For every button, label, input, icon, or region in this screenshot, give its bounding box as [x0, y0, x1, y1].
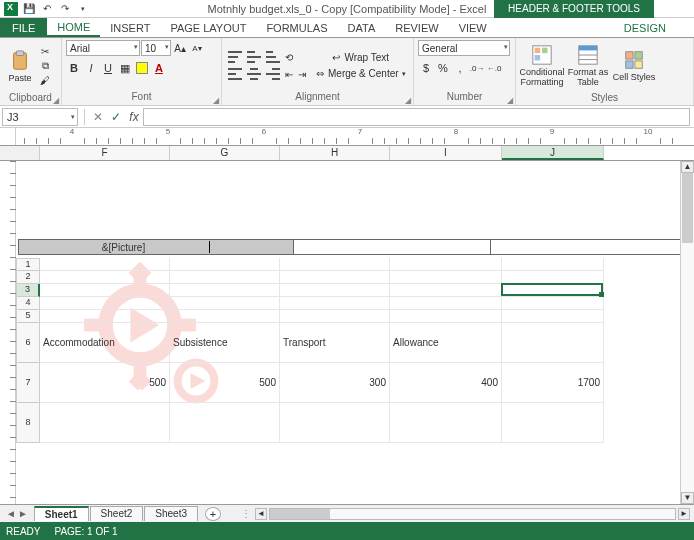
- cell[interactable]: [40, 271, 170, 284]
- format-painter-icon[interactable]: 🖌: [38, 74, 52, 87]
- tab-design[interactable]: DESIGN: [596, 18, 694, 37]
- cell[interactable]: Accommodation: [40, 323, 170, 363]
- cell[interactable]: [502, 284, 604, 297]
- formula-input[interactable]: [143, 108, 690, 126]
- column-header[interactable]: F: [40, 146, 170, 160]
- row-header[interactable]: 5: [16, 310, 40, 323]
- cell[interactable]: [390, 271, 502, 284]
- row-header[interactable]: 3: [16, 284, 40, 297]
- cell[interactable]: [502, 271, 604, 284]
- cut-icon[interactable]: ✂: [38, 45, 52, 58]
- vertical-scrollbar[interactable]: ▲ ▼: [680, 161, 694, 504]
- wrap-text-button[interactable]: ↩Wrap Text: [314, 51, 408, 64]
- cell[interactable]: [40, 284, 170, 297]
- accept-formula-icon[interactable]: ✓: [107, 110, 125, 124]
- cell[interactable]: [170, 258, 280, 271]
- cell[interactable]: [280, 297, 390, 310]
- cell[interactable]: [40, 403, 170, 443]
- decrease-decimal-icon[interactable]: ←.0: [486, 60, 502, 76]
- comma-format-icon[interactable]: ,: [452, 60, 468, 76]
- cell[interactable]: [390, 297, 502, 310]
- font-color-icon[interactable]: A: [151, 60, 167, 76]
- tab-view[interactable]: VIEW: [449, 18, 497, 37]
- clipboard-launcher-icon[interactable]: ◢: [53, 96, 59, 105]
- scroll-right-icon[interactable]: ►: [678, 508, 690, 520]
- align-right-icon[interactable]: [264, 67, 282, 81]
- increase-decimal-icon[interactable]: .0→: [469, 60, 485, 76]
- cell[interactable]: 300: [280, 363, 390, 403]
- cell-styles-button[interactable]: Cell Styles: [612, 40, 656, 92]
- cell[interactable]: [40, 258, 170, 271]
- shrink-font-icon[interactable]: A▾: [189, 40, 205, 56]
- column-header[interactable]: G: [170, 146, 280, 160]
- cell[interactable]: [390, 403, 502, 443]
- column-header[interactable]: H: [280, 146, 390, 160]
- cell[interactable]: [502, 297, 604, 310]
- increase-indent-icon[interactable]: ⇥: [296, 68, 308, 81]
- row-header[interactable]: 7: [16, 363, 40, 403]
- number-launcher-icon[interactable]: ◢: [507, 96, 513, 105]
- align-bottom-icon[interactable]: [264, 50, 282, 64]
- sheet-tab[interactable]: Sheet3: [144, 506, 198, 521]
- file-tab[interactable]: FILE: [0, 18, 47, 37]
- sheet-tab[interactable]: Sheet1: [34, 506, 89, 521]
- cell[interactable]: 500: [170, 363, 280, 403]
- header-center-section[interactable]: [294, 239, 490, 255]
- cell[interactable]: [280, 258, 390, 271]
- cell[interactable]: [502, 258, 604, 271]
- cell[interactable]: [502, 310, 604, 323]
- orientation-icon[interactable]: ⟲: [283, 51, 295, 64]
- tab-data[interactable]: DATA: [338, 18, 386, 37]
- tab-formulas[interactable]: FORMULAS: [256, 18, 337, 37]
- percent-format-icon[interactable]: %: [435, 60, 451, 76]
- align-middle-icon[interactable]: [245, 50, 263, 64]
- cell[interactable]: Allowance: [390, 323, 502, 363]
- name-box[interactable]: J3▾: [2, 108, 78, 126]
- cell[interactable]: [390, 310, 502, 323]
- horizontal-scroll-thumb[interactable]: [270, 509, 330, 519]
- format-as-table-button[interactable]: Format as Table: [566, 40, 610, 92]
- copy-icon[interactable]: ⧉: [38, 59, 52, 73]
- align-top-icon[interactable]: [226, 50, 244, 64]
- cell[interactable]: [170, 284, 280, 297]
- horizontal-ruler[interactable]: 45678910: [16, 128, 694, 145]
- cell[interactable]: 400: [390, 363, 502, 403]
- number-format-combo[interactable]: General▾: [418, 40, 510, 56]
- cell[interactable]: [502, 323, 604, 363]
- tab-split-handle[interactable]: ⋮: [241, 508, 251, 519]
- italic-button[interactable]: I: [83, 60, 99, 76]
- tab-home[interactable]: HOME: [47, 18, 100, 37]
- font-launcher-icon[interactable]: ◢: [213, 96, 219, 105]
- merge-center-button[interactable]: ⇔Merge & Center▾: [314, 67, 408, 80]
- font-name-combo[interactable]: Arial▾: [66, 40, 140, 56]
- underline-button[interactable]: U: [100, 60, 116, 76]
- accounting-format-icon[interactable]: $: [418, 60, 434, 76]
- cell[interactable]: [390, 258, 502, 271]
- row-header[interactable]: 1: [16, 258, 40, 271]
- cell[interactable]: [390, 284, 502, 297]
- column-header[interactable]: I: [390, 146, 502, 160]
- alignment-launcher-icon[interactable]: ◢: [405, 96, 411, 105]
- cell[interactable]: [280, 310, 390, 323]
- insert-function-icon[interactable]: fx: [125, 110, 143, 124]
- row-header[interactable]: 6: [16, 323, 40, 363]
- cell[interactable]: [280, 403, 390, 443]
- cell[interactable]: [280, 284, 390, 297]
- sheet-nav-prev-icon[interactable]: ◄: [6, 508, 16, 519]
- scroll-up-icon[interactable]: ▲: [681, 161, 694, 173]
- cell[interactable]: [170, 297, 280, 310]
- conditional-formatting-button[interactable]: Conditional Formatting: [520, 40, 564, 92]
- sheet-nav-next-icon[interactable]: ►: [18, 508, 28, 519]
- horizontal-scrollbar[interactable]: [269, 508, 676, 520]
- bold-button[interactable]: B: [66, 60, 82, 76]
- cancel-formula-icon[interactable]: ✕: [89, 110, 107, 124]
- cell[interactable]: 1700: [502, 363, 604, 403]
- sheet-tab[interactable]: Sheet2: [90, 506, 144, 521]
- row-header[interactable]: 2: [16, 271, 40, 284]
- align-left-icon[interactable]: [226, 67, 244, 81]
- decrease-indent-icon[interactable]: ⇤: [283, 68, 295, 81]
- scroll-left-icon[interactable]: ◄: [255, 508, 267, 520]
- tab-review[interactable]: REVIEW: [385, 18, 448, 37]
- fill-color-icon[interactable]: [134, 60, 150, 76]
- font-size-combo[interactable]: 10▾: [141, 40, 171, 56]
